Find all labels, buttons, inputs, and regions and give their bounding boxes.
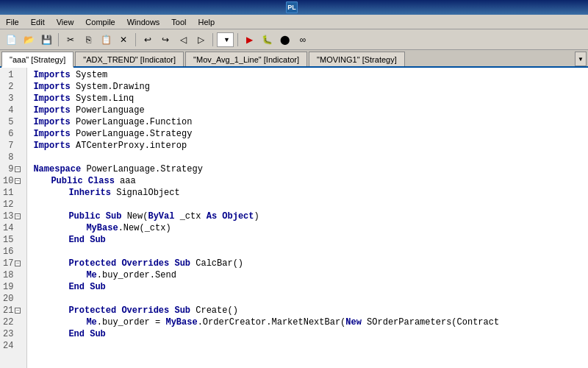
line-num-2: 2 xyxy=(3,81,24,93)
code-line-17: Protected Overrides Sub CalcBar() xyxy=(33,258,582,269)
line-num-23: 23 xyxy=(3,328,24,340)
collapse-btn-13[interactable]: − xyxy=(15,213,21,219)
line-num-14: 14 xyxy=(3,222,24,234)
code-line-20 xyxy=(33,293,582,305)
line-num-3: 3 xyxy=(3,93,24,105)
line-num-1: 1 xyxy=(3,69,24,81)
menu-item-compile[interactable]: Compile xyxy=(79,15,121,29)
collapse-btn-17[interactable]: − xyxy=(15,261,21,266)
code-line-15: End Sub xyxy=(33,234,582,246)
toolbar-sep2 xyxy=(135,33,136,46)
tab-2[interactable]: "Mov_Avg_1_Line" [Indicator] xyxy=(185,52,307,66)
code-line-7: Imports ATCenterProxy.interop xyxy=(33,140,582,152)
toolbar-undo-btn[interactable]: ↩ xyxy=(140,32,156,48)
tab-0[interactable]: "aaa" [Strategy] xyxy=(1,52,74,68)
collapse-btn-9[interactable]: − xyxy=(15,166,21,172)
toolbar-debug-run-btn[interactable]: 🐛 xyxy=(259,32,276,48)
toolbar: 📄 📂 💾 ✂ ⎘ 📋 ✕ ↩ ↪ ◁ ▷ ▼ ▶ 🐛 ⬤ ∞ xyxy=(0,29,588,50)
editor: 123456789−10−111213−14151617−18192021−22… xyxy=(0,68,588,368)
toolbar-sep1 xyxy=(58,33,59,46)
line-num-20: 20 xyxy=(3,293,24,305)
code-line-3: Imports System.Linq xyxy=(33,93,582,105)
toolbar-sep3 xyxy=(212,33,213,46)
line-num-6: 6 xyxy=(3,128,24,140)
line-num-24: 24 xyxy=(3,340,24,352)
toolbar-new-btn[interactable]: 📄 xyxy=(3,32,19,48)
toolbar-bp1-btn[interactable]: ⬤ xyxy=(277,32,293,48)
line-num-15: 15 xyxy=(3,234,24,246)
line-num-5: 5 xyxy=(3,116,24,128)
line-num-19: 19 xyxy=(3,281,24,293)
line-num-21: 21− xyxy=(3,305,24,316)
menu-item-tool[interactable]: Tool xyxy=(165,15,192,29)
code-line-21: Protected Overrides Sub Create() xyxy=(33,305,582,316)
toolbar-save-btn[interactable]: 💾 xyxy=(38,32,54,48)
collapse-btn-10[interactable]: − xyxy=(15,178,21,184)
toolbar-nav-next-btn[interactable]: ▷ xyxy=(193,32,209,48)
line-num-11: 11 xyxy=(3,187,24,199)
toolbar-open-btn[interactable]: 📂 xyxy=(21,32,37,48)
line-num-22: 22 xyxy=(3,316,24,328)
code-line-18: Me.buy_order.Send xyxy=(33,269,582,281)
code-line-8 xyxy=(33,152,582,163)
line-num-10: 10− xyxy=(3,175,24,187)
code-line-22: Me.buy_order = MyBase.OrderCreator.Marke… xyxy=(33,316,582,328)
menu-item-view[interactable]: View xyxy=(51,15,80,29)
line-num-12: 12 xyxy=(3,199,24,210)
code-line-24 xyxy=(33,340,582,352)
code-line-19: End Sub xyxy=(33,281,582,293)
code-line-10: Public Class aaa xyxy=(33,175,582,187)
code-line-5: Imports PowerLanguage.Function xyxy=(33,116,582,128)
line-numbers: 123456789−10−111213−14151617−18192021−22… xyxy=(0,68,27,368)
toolbar-cut-btn[interactable]: ✂ xyxy=(62,32,79,48)
code-line-23: End Sub xyxy=(33,328,582,340)
collapse-btn-21[interactable]: − xyxy=(15,308,21,314)
toolbar-redo-btn[interactable]: ↪ xyxy=(157,32,173,48)
code-line-6: Imports PowerLanguage.Strategy xyxy=(33,128,582,140)
code-line-9: Namespace PowerLanguage.Strategy xyxy=(33,163,582,175)
line-num-8: 8 xyxy=(3,152,24,163)
line-num-13: 13− xyxy=(3,210,24,222)
code-line-1: Imports System xyxy=(33,69,582,81)
tab-3[interactable]: "MOVING1" [Strategy] xyxy=(309,52,405,66)
menu-bar: FileEditViewCompileWindowsToolHelp xyxy=(0,15,588,29)
debug-dropdown[interactable]: ▼ xyxy=(217,32,234,47)
toolbar-sep4 xyxy=(237,33,238,46)
line-num-7: 7 xyxy=(3,140,24,152)
code-line-11: Inherits SignalObject xyxy=(33,187,582,199)
menu-item-edit[interactable]: Edit xyxy=(25,15,51,29)
line-num-4: 4 xyxy=(3,105,24,116)
code-line-12 xyxy=(33,199,582,210)
code-area[interactable]: Imports SystemImports System.DrawingImpo… xyxy=(27,68,588,368)
tabs-bar: "aaa" [Strategy]"ADX_TREND" [Indicator]"… xyxy=(0,50,588,68)
line-num-16: 16 xyxy=(3,246,24,258)
toolbar-nav-prev-btn[interactable]: ◁ xyxy=(175,32,191,48)
code-line-13: Public Sub New(ByVal _ctx As Object) xyxy=(33,210,582,222)
tab-1[interactable]: "ADX_TREND" [Indicator] xyxy=(75,52,184,66)
line-num-17: 17− xyxy=(3,258,24,269)
code-line-2: Imports System.Drawing xyxy=(33,81,582,93)
toolbar-delete-btn[interactable]: ✕ xyxy=(115,32,132,48)
line-num-18: 18 xyxy=(3,269,24,281)
menu-item-help[interactable]: Help xyxy=(193,15,221,29)
menu-item-file[interactable]: File xyxy=(0,15,25,29)
toolbar-run-btn[interactable]: ▶ xyxy=(242,32,258,48)
line-num-9: 9− xyxy=(3,163,24,175)
menu-item-windows[interactable]: Windows xyxy=(121,15,166,29)
code-line-14: MyBase.New(_ctx) xyxy=(33,222,582,234)
tab-overflow-btn[interactable]: ▼ xyxy=(575,52,587,66)
toolbar-paste-btn[interactable]: 📋 xyxy=(98,32,114,48)
code-line-16 xyxy=(33,246,582,258)
code-line-4: Imports PowerLanguage xyxy=(33,105,582,116)
toolbar-copy-btn[interactable]: ⎘ xyxy=(80,32,96,48)
debug-dropdown-arrow: ▼ xyxy=(223,36,230,43)
app-icon: PL xyxy=(286,1,298,13)
title-bar: PL xyxy=(0,0,588,15)
toolbar-bp2-btn[interactable]: ∞ xyxy=(295,32,311,48)
